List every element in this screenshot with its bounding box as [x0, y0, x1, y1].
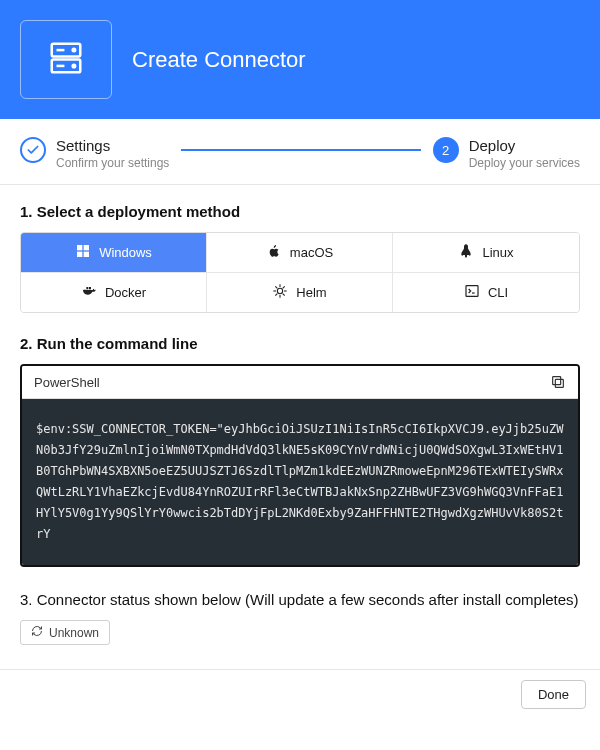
server-icon-box: [20, 20, 112, 99]
step-number: 2: [433, 137, 459, 163]
section-title-deploy: 1. Select a deployment method: [20, 203, 580, 220]
step-sub: Confirm your settings: [56, 156, 169, 170]
svg-rect-9: [84, 252, 89, 257]
windows-icon: [75, 243, 91, 262]
done-button[interactable]: Done: [521, 680, 586, 709]
svg-line-20: [276, 286, 278, 288]
copy-icon[interactable]: [550, 374, 566, 390]
svg-rect-7: [84, 245, 89, 250]
svg-rect-8: [77, 252, 82, 257]
docker-icon: [81, 283, 97, 302]
svg-point-15: [278, 288, 283, 293]
svg-rect-6: [77, 245, 82, 250]
svg-line-21: [283, 294, 285, 296]
content: 1. Select a deployment method Windows ma…: [0, 185, 600, 663]
step-deploy[interactable]: 2 Deploy Deploy your services: [433, 137, 580, 170]
deploy-windows[interactable]: Windows: [21, 233, 207, 273]
deploy-helm[interactable]: Helm: [207, 273, 393, 312]
shell-label: PowerShell: [34, 375, 100, 390]
section-title-cmd: 2. Run the command line: [20, 335, 580, 352]
deploy-label: Helm: [296, 285, 326, 300]
step-label: Deploy: [469, 137, 580, 154]
deploy-label: macOS: [290, 245, 333, 260]
server-icon: [47, 39, 85, 80]
svg-line-22: [276, 294, 278, 296]
deploy-label: CLI: [488, 285, 508, 300]
svg-rect-24: [466, 286, 478, 297]
step-label: Settings: [56, 137, 169, 154]
deploy-docker[interactable]: Docker: [21, 273, 207, 312]
svg-rect-13: [86, 287, 88, 289]
command-box: PowerShell $env:SSW_CONNECTOR_TOKEN="eyJ…: [20, 364, 580, 567]
apple-icon: [266, 243, 282, 262]
svg-rect-27: [553, 377, 561, 385]
page-title: Create Connector: [132, 47, 306, 73]
deploy-grid: Windows macOS Linux Docker Helm CLI: [20, 232, 580, 313]
svg-point-3: [73, 65, 76, 68]
deploy-label: Linux: [482, 245, 513, 260]
header: Create Connector: [0, 0, 600, 119]
svg-line-23: [283, 286, 285, 288]
deploy-linux[interactable]: Linux: [393, 233, 579, 273]
step-settings[interactable]: Settings Confirm your settings: [20, 137, 169, 170]
step-connector: [181, 149, 420, 151]
linux-icon: [458, 243, 474, 262]
status-label: Unknown: [49, 626, 99, 640]
footer: Done: [0, 669, 600, 719]
deploy-label: Docker: [105, 285, 146, 300]
deploy-macos[interactable]: macOS: [207, 233, 393, 273]
svg-point-2: [73, 49, 76, 52]
check-icon: [20, 137, 46, 163]
cli-icon: [464, 283, 480, 302]
command-header: PowerShell: [22, 366, 578, 399]
svg-rect-14: [89, 287, 91, 289]
deploy-cli[interactable]: CLI: [393, 273, 579, 312]
section-title-status: 3. Connector status shown below (Will up…: [20, 591, 580, 608]
helm-icon: [272, 283, 288, 302]
deploy-label: Windows: [99, 245, 152, 260]
svg-rect-26: [555, 379, 563, 387]
command-text[interactable]: $env:SSW_CONNECTOR_TOKEN="eyJhbGciOiJSUz…: [22, 399, 578, 565]
stepper: Settings Confirm your settings 2 Deploy …: [0, 119, 600, 185]
step-sub: Deploy your services: [469, 156, 580, 170]
status-badge[interactable]: Unknown: [20, 620, 110, 645]
refresh-icon: [31, 625, 43, 640]
